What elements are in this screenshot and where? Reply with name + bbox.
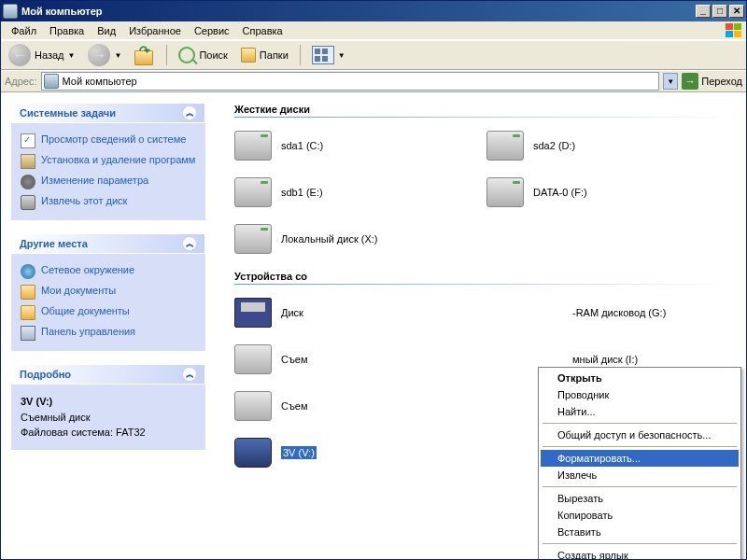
removable-icon <box>234 391 272 421</box>
drive-e[interactable]: sdb1 (E:) <box>234 177 430 207</box>
place-controlpanel[interactable]: Панель управления <box>21 323 196 343</box>
maximize-button[interactable]: □ <box>712 5 727 18</box>
ctx-shortcut[interactable]: Создать ярлык <box>541 547 739 559</box>
separator <box>543 486 737 487</box>
collapse-icon[interactable]: ︽ <box>182 105 197 120</box>
task-add-remove[interactable]: Установка и удаление программ <box>21 151 196 172</box>
up-button[interactable]: ↷ <box>131 43 159 67</box>
forward-button[interactable]: → ▼ <box>84 42 125 68</box>
task-system-info[interactable]: Просмотр сведений о системе <box>21 131 196 151</box>
removable-icon <box>234 344 272 374</box>
separator <box>166 45 167 65</box>
go-button[interactable]: → Переход <box>682 73 742 90</box>
ctx-open[interactable]: Открыть <box>541 370 739 386</box>
collapse-icon[interactable]: ︽ <box>182 367 197 382</box>
details-type: Съемный диск <box>21 410 196 426</box>
main-view[interactable]: Жесткие диски sda1 (C:) sda2 (D:) sdb1 (… <box>216 92 746 559</box>
task-eject[interactable]: Извлечь этот диск <box>21 192 196 213</box>
drive-label: Съем <box>281 354 308 365</box>
collapse-icon[interactable]: ︽ <box>182 236 197 251</box>
views-icon <box>312 46 334 64</box>
address-dropdown[interactable]: ▼ <box>663 73 678 90</box>
panel-header[interactable]: Другие места ︽ <box>11 233 205 254</box>
place-label: Панель управления <box>41 326 135 337</box>
details-fs: Файловая система: FAT32 <box>21 425 196 441</box>
ctx-find[interactable]: Найти... <box>541 403 739 420</box>
back-icon: ← <box>8 44 31 66</box>
drive-remov-2[interactable]: Съем <box>234 391 430 421</box>
menu-edit[interactable]: Правка <box>43 23 91 38</box>
back-button[interactable]: ← Назад ▼ <box>5 42 78 68</box>
info-icon <box>21 133 35 148</box>
drive-d[interactable]: sda2 (D:) <box>486 131 683 161</box>
menu-view[interactable]: Вид <box>91 23 122 38</box>
task-change-setting[interactable]: Изменение параметра <box>21 172 196 192</box>
titlebar[interactable]: Мой компьютер _ □ ✕ <box>1 1 746 21</box>
other-places-panel: Другие места ︽ Сетевое окружение Мои док… <box>10 232 206 352</box>
gear-icon <box>21 175 35 189</box>
content-area: Системные задачи ︽ Просмотр сведений о с… <box>1 92 746 559</box>
panel-header[interactable]: Системные задачи ︽ <box>11 103 205 123</box>
drive-dvd[interactable]: -RAM дисковод (G:) <box>526 298 722 328</box>
address-bar: Адрес: Мой компьютер ▼ → Переход <box>1 70 746 92</box>
panel-header[interactable]: Подробно ︽ <box>11 364 205 385</box>
toolbar: ← Назад ▼ → ▼ ↷ Поиск Папки ▼ <box>1 40 746 70</box>
section-hard-drives: Жесткие диски <box>234 104 735 115</box>
go-arrow-icon: → <box>682 73 698 90</box>
removable-drive-icon <box>234 438 272 468</box>
menubar: Файл Правка Вид Избранное Сервис Справка <box>1 21 746 40</box>
chevron-down-icon[interactable]: ▼ <box>338 51 345 60</box>
menu-favorites[interactable]: Избранное <box>122 23 188 38</box>
drive-x[interactable]: Локальный диск (X:) <box>234 224 430 254</box>
control-panel-icon <box>21 326 35 341</box>
hdd-icon <box>234 177 272 207</box>
eject-icon <box>21 195 35 210</box>
place-mydocs[interactable]: Мои документы <box>21 282 196 302</box>
section-removable: Устройства со <box>234 271 735 282</box>
svg-rect-0 <box>726 23 733 30</box>
task-label: Изменение параметра <box>41 175 148 186</box>
chevron-down-icon[interactable]: ▼ <box>68 51 76 60</box>
computer-icon <box>3 4 18 19</box>
task-label: Просмотр сведений о системе <box>41 133 186 145</box>
ctx-copy[interactable]: Копировать <box>541 507 739 524</box>
folders-button[interactable]: Папки <box>237 46 292 64</box>
panel-title: Подробно <box>20 369 71 380</box>
folders-label: Папки <box>260 49 289 61</box>
drive-remov-1[interactable]: Съем <box>234 344 430 374</box>
details-panel: Подробно ︽ 3V (V:) Съемный диск Файловая… <box>10 363 206 451</box>
sidebar: Системные задачи ︽ Просмотр сведений о с… <box>1 92 216 559</box>
drive-label: мный диск (I:) <box>572 354 638 365</box>
ctx-sharing[interactable]: Общий доступ и безопасность... <box>541 427 739 443</box>
menu-file[interactable]: Файл <box>5 23 43 38</box>
ctx-cut[interactable]: Вырезать <box>541 490 739 507</box>
address-input[interactable]: Мой компьютер <box>41 72 660 91</box>
search-button[interactable]: Поиск <box>175 45 231 65</box>
place-network[interactable]: Сетевое окружение <box>21 261 196 282</box>
ctx-explorer[interactable]: Проводник <box>541 386 739 403</box>
drive-f[interactable]: DATA-0 (F:) <box>486 177 683 207</box>
ctx-eject[interactable]: Извлечь <box>541 467 739 483</box>
place-shareddocs[interactable]: Общие документы <box>21 302 196 323</box>
folders-icon <box>241 48 256 63</box>
network-icon <box>21 264 35 279</box>
back-label: Назад <box>35 49 64 61</box>
drive-label: sdb1 (E:) <box>281 187 323 198</box>
hdd-icon <box>486 131 524 161</box>
close-button[interactable]: ✕ <box>729 5 744 18</box>
views-button[interactable]: ▼ <box>308 44 349 66</box>
address-label: Адрес: <box>5 76 37 87</box>
svg-rect-1 <box>734 23 741 30</box>
ctx-format[interactable]: Форматировать... <box>541 450 739 467</box>
menu-help[interactable]: Справка <box>236 23 289 38</box>
drive-floppy[interactable]: Диск <box>234 298 430 328</box>
menu-service[interactable]: Сервис <box>188 23 236 38</box>
minimize-button[interactable]: _ <box>696 5 711 18</box>
chevron-down-icon[interactable]: ▼ <box>114 51 121 60</box>
explorer-window: Мой компьютер _ □ ✕ Файл Правка Вид Избр… <box>0 0 747 560</box>
go-label: Переход <box>701 76 742 87</box>
panel-title: Другие места <box>20 238 88 249</box>
drive-c[interactable]: sda1 (C:) <box>234 131 430 161</box>
drive-v[interactable]: 3V (V:) <box>234 438 430 468</box>
ctx-paste[interactable]: Вставить <box>541 524 739 540</box>
